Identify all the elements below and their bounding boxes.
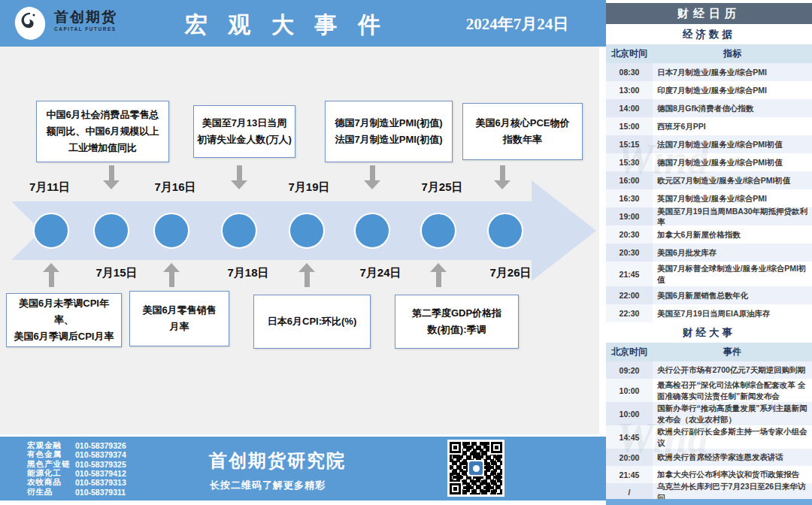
event-row: 10:00最高检召开“深化司法体制综合配套改革 全面准确落实司法责任制”新闻发布…: [606, 379, 812, 402]
qr-tagline: 长按二维码了解更多精彩: [210, 479, 326, 492]
indicator-cell: 西班牙6月PPI: [653, 121, 809, 132]
events-table-header: 北京时间 事件: [606, 343, 812, 361]
econ-row: 20:30加拿大6月新屋价格指数: [606, 225, 812, 243]
date-label: 7月18日: [227, 266, 268, 280]
time-cell: 16:00: [606, 171, 653, 189]
time-cell: 13:00: [606, 81, 653, 99]
event-row: 20:00欧洲央行首席经济学家连恩发表讲话: [606, 449, 812, 466]
indicator-cell: 英国7月制造业/服务业/综合PMI: [653, 193, 809, 204]
event-cell: 最高检召开“深化司法体制综合配套改革 全面准确落实司法责任制”新闻发布会: [653, 380, 809, 401]
timeline-node: [222, 213, 256, 248]
time-cell: 14:00: [606, 99, 653, 117]
econ-row: 20:30美国6月批发库存: [606, 243, 812, 262]
indicator-cell: 美国6月新屋销售总数年化: [653, 290, 809, 301]
econ-row: 22:00美国6月新屋销售总数年化: [606, 286, 812, 304]
timeline-node: [34, 213, 68, 248]
econ-row: 16:30英国7月制造业/服务业/综合PMI: [606, 189, 812, 207]
contact-phone: 010-58379325: [75, 460, 126, 469]
event-cell: 央行公开市场有2700亿元7天期逆回购到期: [653, 364, 809, 375]
timeline-node: [154, 213, 189, 248]
event-box-china-retail-industrial: 中国6月社会消费品零售总 额同比、中国6月规模以上 工业增加值同比: [36, 101, 169, 162]
indicator-cell: 美国至7月19日当周MBA30年期抵押贷款利率: [653, 206, 809, 227]
contact-row: 能源化工010-58379412: [27, 469, 126, 478]
qr-finder-icon: [450, 483, 461, 494]
time-cell: 22:00: [606, 286, 653, 304]
contact-row: 宏观金融010-58379326: [27, 441, 126, 450]
col-indicator: 指标: [653, 47, 812, 60]
report-date: 2024年7月24日: [453, 14, 581, 35]
time-cell: 15:00: [606, 117, 653, 135]
date-label: 7月24日: [359, 266, 401, 280]
section-events-title: 财经大事: [606, 322, 812, 343]
qr-finder-icon: [491, 442, 502, 453]
econ-table: Wind 08:30日本7月制造业/服务业/综合PMI 13:00印度7月制造业…: [606, 63, 812, 322]
time-cell: 20:30: [606, 225, 653, 243]
contact-phone: 010-58379313: [75, 478, 126, 487]
contact-label: 衍生品: [27, 487, 75, 497]
col-time: 北京时间: [606, 346, 653, 358]
time-cell: 21:45: [606, 262, 653, 286]
time-cell: 10:00: [606, 402, 653, 425]
col-event: 事件: [653, 346, 812, 358]
time-cell: 15:30: [606, 153, 653, 171]
timeline-node: [94, 213, 129, 248]
time-cell: 15:15: [606, 135, 653, 153]
time-cell: 20:30: [606, 243, 653, 262]
econ-row: 19:00美国至7月19日当周MBA30年期抵押贷款利率: [606, 207, 812, 225]
event-box-us-cpi: 美国6月未季调CPI年率、 美国6月季调后CPI月率: [6, 293, 122, 347]
time-cell: 21:45: [606, 466, 653, 483]
indicator-cell: 法国7月制造业/服务业/综合PMI初值: [653, 139, 809, 150]
arrow-up-icon: [430, 263, 447, 287]
event-cell: 加拿大央行公布利率决议和货币政策报告: [653, 469, 809, 479]
header-bar: 首创期货 CAPITAL FUTURES 宏 观 大 事 件 2024年7月24…: [0, 0, 606, 47]
qr-center-logo-icon: [468, 460, 484, 476]
contact-list: 宏观金融010-58379326 有色金属010-58379374 黑色产业链0…: [27, 441, 126, 497]
panel-bottom-bar: [606, 499, 812, 505]
brand-subtitle: CAPITAL FUTURES: [54, 27, 117, 32]
qr-finder-icon: [450, 442, 461, 453]
calendar-panel: 财经日历 经济数据 北京时间 指标 Wind 08:30日本7月制造业/服务业/…: [606, 0, 812, 505]
timeline-node: [289, 213, 324, 248]
contact-phone: 010-58379412: [75, 469, 126, 478]
time-cell: 08:30: [606, 63, 653, 81]
contact-phone: 010-58379326: [75, 441, 126, 450]
time-cell: 20:00: [606, 449, 653, 466]
event-row: 10:00国新办举行“推动高质量发展”系列主题新闻发布会（农业农村部）: [606, 402, 812, 425]
econ-row: 15:00西班牙6月PPI: [606, 117, 812, 135]
brand-block: 首创期货 CAPITAL FUTURES: [54, 10, 117, 32]
time-cell: 19:00: [606, 207, 653, 225]
indicator-cell: 日本7月制造业/服务业/综合PMI: [653, 67, 809, 77]
contact-phone: 010-58379374: [75, 450, 126, 459]
econ-row: 15:30德国7月制造业/服务业/综合PMI初值: [606, 153, 812, 171]
section-econ-title: 经济数据: [606, 24, 812, 44]
event-box-us-retail-sales: 美国6月零售销售 月率: [129, 291, 229, 346]
indicator-cell: 德国7月制造业/服务业/综合PMI初值: [653, 157, 809, 168]
footer-bar: 宏观金融010-58379326 有色金属010-58379374 黑色产业链0…: [0, 437, 606, 500]
time-cell: 14:45: [606, 425, 653, 449]
contact-row: 衍生品010-58379311: [27, 487, 126, 496]
indicator-cell: 美国至7月19日当周EIA原油库存: [653, 308, 809, 319]
indicator-cell: 德国8月Gfk消费者信心指数: [653, 103, 809, 113]
brand-name: 首创期货: [54, 10, 117, 24]
econ-row: 21:45美国7月标普全球制造业/服务业/综合PMI初值: [606, 262, 812, 286]
indicator-cell: 欧元区7月制造业/服务业/综合PMI初值: [653, 175, 809, 186]
time-cell: 09:20: [606, 361, 653, 379]
timeline-node: [421, 213, 456, 248]
contact-row: 有色金属010-58379374: [27, 450, 126, 459]
page-title: 宏 观 大 事 件: [179, 10, 394, 41]
panel-title: 财经日历: [606, 3, 812, 24]
qr-code: [447, 440, 504, 497]
events-table: Wind 09:20央行公开市场有2700亿元7天期逆回购到期 10:00最高检…: [606, 361, 812, 500]
econ-table-header: 北京时间 指标: [606, 44, 812, 63]
time-cell: 22:30: [606, 304, 653, 322]
event-cell: 欧洲央行首席经济学家连恩发表讲话: [653, 452, 809, 462]
event-row: 09:20央行公开市场有2700亿元7天期逆回购到期: [606, 361, 812, 379]
indicator-cell: 美国6月批发库存: [653, 247, 809, 258]
event-box-de-fr-pmi: 德国7月制造业PMI(初值) 法国7月制造业PMI(初值): [325, 101, 453, 162]
time-cell: 16:30: [606, 189, 653, 207]
econ-row: 16:00欧元区7月制造业/服务业/综合PMI初值: [606, 171, 812, 189]
event-cell: 欧洲央行副行长金多斯主持一场专家小组会议: [653, 426, 809, 447]
indicator-cell: 印度7月制造业/服务业/综合PMI: [653, 85, 809, 95]
econ-row: 15:15法国7月制造业/服务业/综合PMI初值: [606, 135, 812, 153]
contact-row: 黑色产业链010-58379325: [27, 460, 126, 469]
